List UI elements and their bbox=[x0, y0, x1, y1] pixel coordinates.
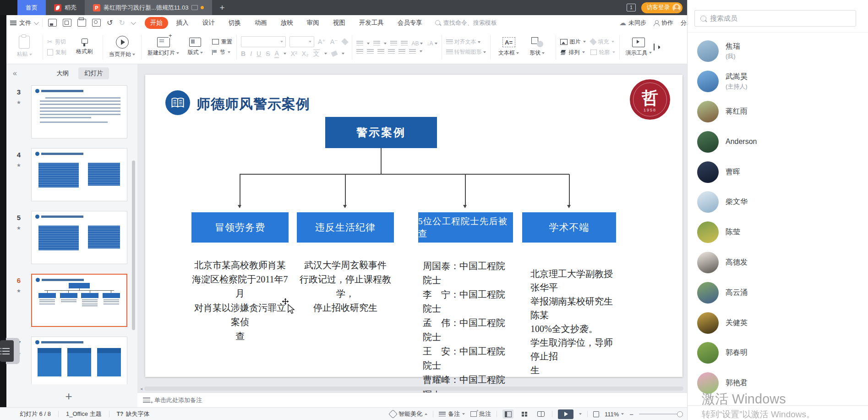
tab-outline[interactable]: 大纲 bbox=[50, 67, 75, 79]
save-icon[interactable] bbox=[48, 19, 57, 27]
play-from-page-button[interactable]: 当页开始 bbox=[107, 36, 137, 58]
collapse-panel-button[interactable]: « bbox=[13, 69, 27, 77]
toolbar-overflow-icon[interactable] bbox=[131, 19, 136, 24]
ribbon-tab[interactable]: 审阅 bbox=[301, 17, 325, 29]
layout-button[interactable]: 版式 bbox=[181, 38, 209, 56]
ribbon-tab[interactable]: 动画 bbox=[249, 17, 273, 29]
export-icon[interactable] bbox=[63, 19, 71, 27]
arrange-button[interactable]: 排列 bbox=[560, 49, 586, 56]
align-right-icon[interactable] bbox=[377, 49, 384, 54]
horizontal-scrollbar[interactable]: ◂ bbox=[140, 386, 683, 391]
slide-thumbnail[interactable] bbox=[31, 337, 127, 384]
strike-button[interactable]: S bbox=[266, 50, 270, 57]
window-tab[interactable]: 首页 bbox=[17, 0, 46, 15]
ribbon-tab[interactable]: 会员专享 bbox=[392, 17, 428, 29]
root-box[interactable]: 警示案例 bbox=[325, 117, 437, 148]
member-row[interactable]: 曹晖 bbox=[688, 157, 868, 187]
line-spacing-icon[interactable] bbox=[409, 49, 416, 54]
ribbon-tab[interactable]: 设计 bbox=[197, 17, 220, 29]
slide-thumbnail-row[interactable]: 6 ★ bbox=[6, 274, 131, 327]
bullet-list-icon[interactable] bbox=[356, 41, 363, 46]
justify-icon[interactable] bbox=[388, 49, 395, 54]
slide-thumbnail-row[interactable]: 3 ★ bbox=[6, 85, 131, 138]
member-row[interactable]: 高德发 bbox=[688, 248, 868, 278]
smart-beautify-button[interactable]: 智能美化 bbox=[390, 410, 427, 418]
outline-button[interactable]: 轮廓 bbox=[590, 49, 615, 56]
window-tab[interactable]: 稻壳 bbox=[46, 0, 85, 15]
highlighter-icon[interactable] bbox=[331, 50, 338, 57]
slide-thumbnail[interactable] bbox=[31, 85, 127, 138]
text-direction-button[interactable]: AB bbox=[411, 40, 423, 47]
window-tab[interactable]: 蒋红雨学习践行新...德规范11.03 bbox=[85, 0, 212, 15]
comments-button[interactable]: 批注 bbox=[470, 410, 491, 418]
align-left-icon[interactable] bbox=[356, 49, 363, 54]
guest-login-button[interactable]: 访客登录 bbox=[641, 2, 682, 13]
category-box[interactable]: 违反生活纪律 bbox=[297, 212, 394, 243]
section-button[interactable]: 节 bbox=[212, 49, 232, 56]
ribbon-tab[interactable]: 视图 bbox=[328, 17, 351, 29]
fill-button[interactable]: 填充 bbox=[590, 38, 615, 46]
category-text[interactable]: 北京理工大学副教授张华平 举报湖南某校研究生陈某 100%全文抄袭。 学生取消学… bbox=[522, 267, 616, 377]
category-text[interactable]: 周国泰：中国工程院院士 李 宁：中国工程院院士 孟 伟：中国工程院院士 王 安：… bbox=[418, 259, 513, 401]
collaborate-button[interactable]: 协作 bbox=[654, 19, 673, 27]
slide-thumbnail[interactable] bbox=[31, 211, 127, 264]
member-row[interactable]: 高云涌 bbox=[688, 277, 868, 308]
slide-thumbnail[interactable] bbox=[31, 274, 127, 327]
sync-status[interactable]: ☁未同步 bbox=[619, 19, 646, 27]
theme-name[interactable]: 1_Office 主题 bbox=[66, 410, 102, 418]
ribbon-tab[interactable]: 开始 bbox=[145, 17, 168, 29]
paste-button[interactable]: 粘贴 bbox=[10, 36, 38, 58]
notes-toggle-button[interactable]: 备注 bbox=[439, 410, 465, 418]
pinyin-button[interactable]: 文 bbox=[313, 50, 320, 58]
category-box[interactable]: 冒领劳务费 bbox=[191, 212, 289, 243]
category-box[interactable]: 5位公工程院士先后被查 bbox=[418, 212, 513, 243]
superscript-button[interactable]: X² bbox=[291, 50, 297, 57]
category-box[interactable]: 学术不端 bbox=[522, 212, 616, 243]
member-row[interactable]: 关健英 bbox=[688, 308, 868, 338]
category-text[interactable]: 北京市某高校教师肖某 海淀区检察院于2011年7月 对肖某以涉嫌贪污罪立案侦 查 bbox=[191, 258, 289, 343]
zoom-slider-knob[interactable] bbox=[677, 411, 683, 417]
cut-button[interactable]: ✂剪切 bbox=[47, 38, 66, 46]
scrollbar-thumb[interactable] bbox=[144, 387, 683, 391]
share-button[interactable]: 分享 bbox=[681, 19, 687, 27]
bold-button[interactable]: B bbox=[241, 50, 246, 57]
category-text[interactable]: 武汉大学周玄毅事件 行政记过，停止课程教学， 停止招收研究生 bbox=[297, 258, 394, 315]
member-row[interactable]: Anderson bbox=[688, 127, 868, 157]
member-row[interactable]: 武嵩昊 (主持人) bbox=[688, 66, 868, 97]
font-color-button[interactable]: A bbox=[274, 50, 278, 58]
member-row[interactable]: 柴文华 bbox=[688, 187, 868, 217]
notes-bar[interactable]: 单击此处添加备注 bbox=[137, 392, 687, 407]
subscript-button[interactable]: X₂ bbox=[302, 50, 309, 57]
member-row[interactable]: 陈莹 bbox=[688, 217, 868, 248]
align-center-icon[interactable] bbox=[367, 49, 374, 54]
normal-view-button[interactable] bbox=[502, 409, 513, 419]
font-decrease-button[interactable]: A⁻ bbox=[330, 38, 338, 45]
university-seal[interactable]: 哲 1958 bbox=[630, 79, 670, 120]
member-row[interactable]: 郭春明 bbox=[688, 338, 868, 368]
play-options-icon[interactable] bbox=[579, 413, 582, 415]
print-preview-icon[interactable] bbox=[92, 19, 101, 27]
dock-list-icon[interactable] bbox=[0, 340, 14, 362]
add-slide-button[interactable]: + bbox=[6, 389, 131, 403]
missing-font-status[interactable]: T? 缺失字体 bbox=[117, 410, 150, 418]
font-increase-button[interactable]: A⁺ bbox=[318, 38, 326, 45]
format-painter-button[interactable]: 格式刷 bbox=[70, 39, 98, 55]
distribute-icon[interactable] bbox=[399, 49, 405, 54]
slide-thumbnail-row[interactable]: 4 ★ bbox=[6, 148, 131, 201]
redo-icon[interactable]: ↻ bbox=[119, 18, 125, 27]
print-icon[interactable] bbox=[77, 19, 86, 27]
member-search-input[interactable]: 搜索成员 bbox=[694, 10, 856, 27]
font-family-select[interactable] bbox=[241, 36, 286, 47]
zoom-slider[interactable] bbox=[639, 414, 681, 414]
ribbon-tab[interactable]: 切换 bbox=[223, 17, 246, 29]
zoom-out-button[interactable]: − bbox=[629, 410, 633, 418]
underline-button[interactable]: U bbox=[257, 50, 261, 57]
shapes-button[interactable]: 形状 bbox=[523, 37, 551, 57]
align-text-button[interactable]: 对齐文本 bbox=[446, 38, 486, 46]
zoom-level[interactable]: 111% bbox=[605, 411, 624, 418]
numbered-list-icon[interactable] bbox=[373, 41, 380, 46]
ribbon-tab[interactable]: 放映 bbox=[275, 17, 299, 29]
slide-6[interactable]: 师德师风警示案例 哲 1958 警示案例 冒领劳务费 北京市某高校教师肖某 海淀… bbox=[145, 75, 682, 377]
to-smartart-button[interactable]: 转智能图形 bbox=[446, 48, 486, 56]
present-tools-button[interactable]: 演示工具 bbox=[624, 38, 654, 57]
